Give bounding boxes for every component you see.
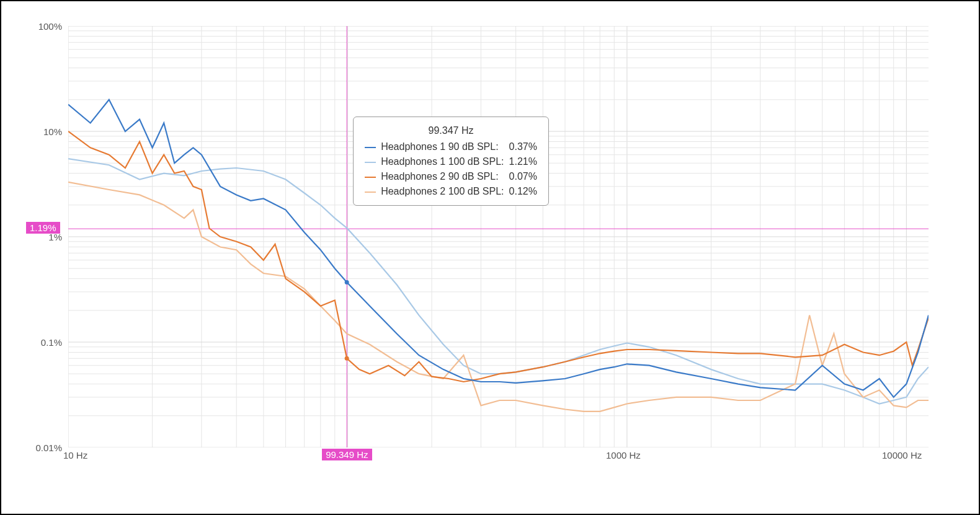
x-tick-label: 10000 Hz	[882, 450, 922, 460]
chart-frame: 100% 10% 1% 0.1% 0.01% 10 Hz 100 Hz 1000…	[0, 0, 980, 515]
tooltip-series-label: Headphones 1 100 dB SPL:	[378, 154, 506, 169]
tooltip-series-value: 0.37%	[507, 139, 540, 154]
y-tick-label: 0.1%	[6, 337, 62, 348]
x-tick-label: 1000 Hz	[606, 450, 641, 460]
plot-area[interactable]	[68, 26, 929, 447]
cursor-x-label: 99.349 Hz	[322, 449, 372, 460]
tooltip-row: Headphones 2 100 dB SPL:0.12%	[362, 184, 540, 199]
tooltip: 99.347 Hz Headphones 1 90 dB SPL:0.37%He…	[353, 117, 549, 206]
y-tick-label: 0.01%	[6, 442, 62, 453]
tooltip-row: Headphones 2 90 dB SPL:0.07%	[362, 169, 540, 184]
series-marker	[345, 280, 349, 284]
tooltip-header: 99.347 Hz	[362, 123, 540, 138]
tooltip-series-value: 0.12%	[507, 184, 540, 199]
tooltip-series-label: Headphones 2 90 dB SPL:	[378, 169, 506, 184]
tooltip-row: Headphones 1 100 dB SPL:1.21%	[362, 154, 540, 169]
tooltip-series-label: Headphones 2 100 dB SPL:	[378, 184, 506, 199]
series-line	[68, 182, 929, 412]
tooltip-series-value: 0.07%	[507, 169, 540, 184]
tooltip-series-value: 1.21%	[507, 154, 540, 169]
tooltip-row: Headphones 1 90 dB SPL:0.37%	[362, 139, 540, 154]
x-tick-label: 10 Hz	[63, 450, 87, 460]
cursor-y-label: 1.19%	[26, 222, 60, 234]
y-tick-label: 100%	[6, 21, 62, 32]
tooltip-series-label: Headphones 1 90 dB SPL:	[378, 139, 506, 154]
series-marker	[345, 356, 349, 361]
y-tick-label: 10%	[6, 126, 62, 137]
